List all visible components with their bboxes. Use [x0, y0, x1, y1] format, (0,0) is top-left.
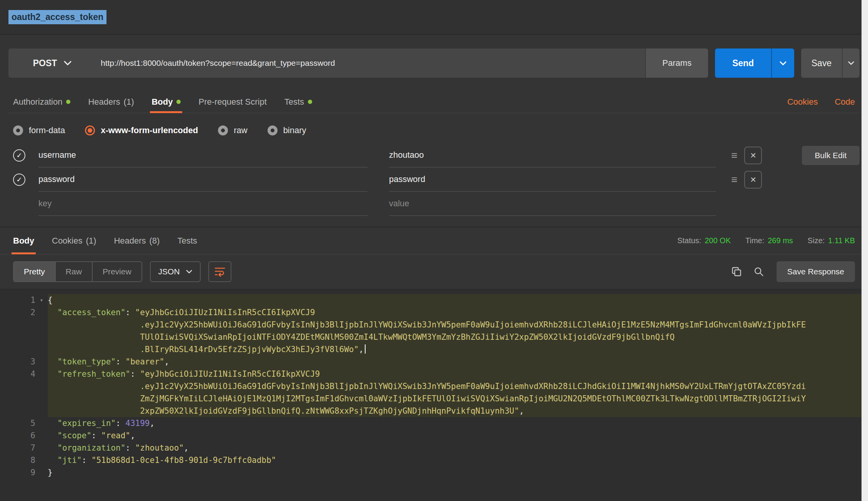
radio-x-www-form-urlencoded[interactable]: x-www-form-urlencoded — [85, 125, 198, 135]
response-body-code[interactable]: 1 ▾ { 2 "access_token": "eyJhbGciOiJIUzI… — [0, 289, 868, 501]
radio-binary[interactable]: binary — [268, 125, 306, 135]
tab-label: Tests — [177, 236, 197, 246]
drag-handle-icon[interactable]: ≡ — [731, 174, 737, 185]
copy-icon — [731, 266, 742, 277]
view-pretty-button[interactable]: Pretty — [14, 262, 55, 281]
remove-row-button[interactable]: ✕ — [744, 171, 762, 189]
tab-tests[interactable]: Tests — [284, 91, 312, 113]
remove-row-button[interactable]: ✕ — [744, 147, 762, 164]
line-number: 4 — [0, 368, 35, 380]
copy-button[interactable] — [731, 266, 742, 277]
radio-icon — [268, 125, 278, 135]
search-icon — [753, 266, 764, 277]
code-line: 2 "access_token": "eyJhbGciOiJIUzI1NiIsI… — [0, 306, 868, 319]
line-number — [0, 392, 35, 405]
window-scrollbar[interactable] — [861, 0, 868, 501]
code-line: 5 "expires_in": 43199, — [0, 417, 868, 429]
save-split-button: Save — [801, 48, 860, 78]
code-link[interactable]: Code — [835, 97, 855, 107]
key-input[interactable] — [38, 150, 367, 160]
send-options-button[interactable] — [771, 48, 794, 78]
json-key: "expires_in" — [57, 419, 116, 428]
json-punctuation: : — [116, 419, 125, 428]
json-key: "token_type" — [57, 357, 116, 366]
value-cell — [389, 143, 716, 167]
radio-icon — [13, 125, 23, 135]
params-button[interactable]: Params — [645, 48, 708, 78]
json-string: ZmZjMGFkYmIiLCJleHAiOjE1MzQ1MjI2MTgsImF1… — [140, 394, 806, 403]
send-split-button: Send — [715, 48, 794, 78]
json-punctuation: : — [91, 431, 101, 440]
value-input[interactable] — [389, 150, 716, 160]
time-label: Time: — [745, 236, 764, 245]
code-line: 8 "jti": "51b868d1-0ce1-4fb8-901d-9c7bff… — [0, 454, 868, 466]
save-response-button[interactable]: Save Response — [777, 261, 855, 282]
row-enabled-checkbox[interactable]: ✓ — [13, 149, 25, 162]
code-line-wrap: .eyJ1c2VyX25hbWUiOiJ6aG91dGFvbyIsInNjb3B… — [0, 380, 868, 392]
url-input[interactable] — [96, 48, 645, 78]
request-tab-title[interactable]: oauth2_access_token — [8, 10, 106, 24]
value-input[interactable] — [389, 174, 716, 184]
drag-handle-icon[interactable]: ≡ — [731, 150, 737, 161]
radio-form-data[interactable]: form-data — [13, 125, 65, 135]
chevron-down-icon — [64, 61, 72, 65]
row-enabled-checkbox[interactable]: ✓ — [13, 174, 25, 186]
tab-label: Body — [13, 236, 34, 246]
value-input[interactable] — [389, 199, 716, 209]
code-line: 6 "scope": "read", — [0, 429, 868, 442]
fold-arrow-icon[interactable]: ▾ — [35, 294, 48, 306]
json-string: "51b868d1-0ce1-4fb8-901d-9c7bffc0adbb" — [91, 456, 276, 465]
tab-count: (8) — [150, 236, 160, 246]
green-dot-icon — [176, 100, 181, 104]
save-button[interactable]: Save — [801, 48, 842, 78]
line-number — [0, 405, 35, 417]
kv-row-password: ✓ ≡ ✕ — [8, 167, 860, 192]
radio-raw[interactable]: raw — [218, 125, 247, 135]
request-tab-bar: oauth2_access_token — [0, 0, 868, 35]
format-dropdown[interactable]: JSON — [150, 261, 201, 282]
cookies-link[interactable]: Cookies — [787, 97, 818, 107]
tab-headers[interactable]: Headers (1) — [88, 91, 134, 113]
wrap-lines-button[interactable] — [208, 261, 231, 282]
json-string: "bearer" — [125, 357, 164, 366]
time-badge: Time:269 ms — [745, 236, 793, 245]
send-button[interactable]: Send — [715, 48, 771, 78]
fold-spacer — [35, 380, 48, 392]
status-label: Status: — [677, 236, 701, 245]
json-string: .eyJ1c2VyX25hbWUiOiJ6aG91dGFvbyIsInNjb3B… — [140, 320, 806, 329]
check-icon: ✓ — [16, 175, 22, 184]
response-tab-cookies[interactable]: Cookies (1) — [52, 227, 96, 254]
request-tabs: Authorization Headers (1) Body Pre-reque… — [8, 91, 860, 113]
tab-authorization[interactable]: Authorization — [13, 91, 70, 113]
status-value: 200 OK — [705, 236, 731, 245]
code-line: 1 ▾ { — [0, 294, 868, 306]
response-tab-tests[interactable]: Tests — [177, 227, 197, 254]
line-number: 9 — [0, 466, 35, 479]
wrap-lines-icon — [214, 267, 226, 277]
json-punctuation: : — [116, 357, 125, 366]
tab-body[interactable]: Body — [151, 91, 181, 113]
json-punctuation: , — [164, 357, 169, 366]
json-string: 2xpZW50X2lkIjoidGVzdF9jbGllbnQifQ.zNtWWG… — [140, 406, 519, 416]
json-punctuation: : — [130, 369, 140, 379]
response-tab-headers[interactable]: Headers (8) — [114, 227, 160, 254]
response-section: Body Cookies (1) Headers (8) Tests Statu… — [0, 227, 868, 501]
key-cell — [38, 167, 367, 192]
line-number — [0, 343, 35, 356]
view-preview-button[interactable]: Preview — [92, 262, 141, 281]
json-punctuation: , — [150, 419, 155, 428]
fold-spacer — [35, 454, 48, 466]
key-input[interactable] — [38, 199, 367, 209]
tab-pre-request-script[interactable]: Pre-request Script — [198, 91, 266, 113]
bulk-edit-button[interactable]: Bulk Edit — [802, 146, 860, 165]
value-cell — [389, 192, 716, 216]
method-dropdown[interactable]: POST — [8, 48, 96, 78]
key-input[interactable] — [38, 174, 367, 184]
search-button[interactable] — [753, 266, 764, 277]
line-number: 6 — [0, 429, 35, 442]
request-builder: POST Params Send Save — [0, 35, 868, 216]
save-options-button[interactable] — [842, 48, 860, 78]
response-tab-body[interactable]: Body — [13, 227, 34, 254]
tab-label: Cookies — [52, 236, 82, 246]
view-raw-button[interactable]: Raw — [55, 262, 92, 281]
